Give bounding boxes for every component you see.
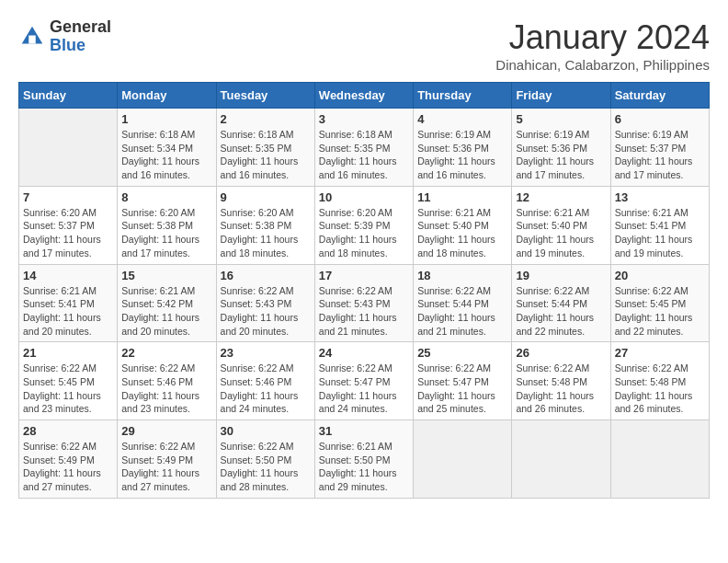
calendar-cell: 23Sunrise: 6:22 AMSunset: 5:46 PMDayligh… [216, 342, 314, 420]
day-info: Sunrise: 6:22 AMSunset: 5:49 PMDaylight:… [121, 440, 211, 494]
day-info: Sunrise: 6:21 AMSunset: 5:41 PMDaylight:… [615, 206, 705, 260]
day-number: 28 [23, 424, 113, 438]
day-info: Sunrise: 6:22 AMSunset: 5:49 PMDaylight:… [23, 440, 113, 494]
location-title: Dinahican, Calabarzon, Philippines [495, 57, 710, 73]
day-info: Sunrise: 6:22 AMSunset: 5:48 PMDaylight:… [615, 362, 705, 416]
calendar-cell: 5Sunrise: 6:19 AMSunset: 5:36 PMDaylight… [512, 109, 610, 187]
calendar-cell: 6Sunrise: 6:19 AMSunset: 5:37 PMDaylight… [610, 109, 709, 187]
calendar-cell: 8Sunrise: 6:20 AMSunset: 5:38 PMDaylight… [118, 186, 216, 264]
day-number: 25 [417, 346, 507, 360]
logo-general-text: General [50, 18, 111, 37]
calendar-table: SundayMondayTuesdayWednesdayThursdayFrid… [18, 82, 710, 499]
calendar-week-row: 7Sunrise: 6:20 AMSunset: 5:37 PMDaylight… [19, 186, 710, 264]
day-info: Sunrise: 6:22 AMSunset: 5:50 PMDaylight:… [221, 440, 311, 494]
day-info: Sunrise: 6:22 AMSunset: 5:45 PMDaylight:… [23, 362, 113, 416]
svg-rect-1 [28, 35, 36, 43]
day-number: 8 [121, 190, 211, 204]
day-info: Sunrise: 6:22 AMSunset: 5:47 PMDaylight:… [417, 362, 507, 416]
day-info: Sunrise: 6:22 AMSunset: 5:46 PMDaylight:… [121, 362, 211, 416]
calendar-cell: 21Sunrise: 6:22 AMSunset: 5:45 PMDayligh… [19, 342, 118, 420]
calendar-cell: 18Sunrise: 6:22 AMSunset: 5:44 PMDayligh… [414, 264, 512, 342]
day-info: Sunrise: 6:22 AMSunset: 5:45 PMDaylight:… [615, 284, 705, 339]
day-number: 23 [221, 346, 311, 360]
day-info: Sunrise: 6:22 AMSunset: 5:43 PMDaylight:… [221, 284, 311, 339]
day-number: 30 [221, 424, 311, 438]
day-info: Sunrise: 6:20 AMSunset: 5:38 PMDaylight:… [121, 206, 211, 260]
calendar-cell: 14Sunrise: 6:21 AMSunset: 5:41 PMDayligh… [19, 264, 118, 342]
day-number: 1 [121, 112, 211, 126]
calendar-cell: 11Sunrise: 6:21 AMSunset: 5:40 PMDayligh… [414, 186, 512, 264]
calendar-cell: 27Sunrise: 6:22 AMSunset: 5:48 PMDayligh… [610, 342, 709, 420]
calendar-cell: 19Sunrise: 6:22 AMSunset: 5:44 PMDayligh… [512, 264, 610, 342]
calendar-cell: 26Sunrise: 6:22 AMSunset: 5:48 PMDayligh… [512, 342, 610, 420]
calendar-cell: 10Sunrise: 6:20 AMSunset: 5:39 PMDayligh… [314, 186, 413, 264]
day-info: Sunrise: 6:19 AMSunset: 5:36 PMDaylight:… [417, 128, 507, 182]
calendar-cell: 1Sunrise: 6:18 AMSunset: 5:34 PMDaylight… [118, 109, 216, 187]
logo-text: General Blue [50, 18, 111, 55]
calendar-cell [610, 420, 709, 499]
day-info: Sunrise: 6:20 AMSunset: 5:37 PMDaylight:… [23, 206, 113, 260]
day-info: Sunrise: 6:22 AMSunset: 5:44 PMDaylight:… [516, 284, 606, 339]
day-info: Sunrise: 6:18 AMSunset: 5:34 PMDaylight:… [121, 128, 211, 182]
month-title: January 2024 [495, 18, 710, 57]
calendar-cell: 24Sunrise: 6:22 AMSunset: 5:47 PMDayligh… [314, 342, 413, 420]
day-number: 9 [221, 190, 311, 204]
day-number: 5 [516, 112, 606, 126]
calendar-cell: 7Sunrise: 6:20 AMSunset: 5:37 PMDaylight… [19, 186, 118, 264]
day-number: 3 [319, 112, 409, 126]
calendar-cell: 13Sunrise: 6:21 AMSunset: 5:41 PMDayligh… [610, 186, 709, 264]
calendar-cell: 22Sunrise: 6:22 AMSunset: 5:46 PMDayligh… [118, 342, 216, 420]
weekday-header: Tuesday [216, 83, 314, 109]
calendar-cell: 30Sunrise: 6:22 AMSunset: 5:50 PMDayligh… [216, 420, 314, 499]
title-block: January 2024 Dinahican, Calabarzon, Phil… [495, 18, 710, 73]
day-number: 14 [23, 269, 113, 282]
day-number: 24 [319, 346, 409, 360]
day-info: Sunrise: 6:21 AMSunset: 5:40 PMDaylight:… [516, 206, 606, 260]
calendar-cell [414, 420, 512, 499]
calendar-cell: 17Sunrise: 6:22 AMSunset: 5:43 PMDayligh… [314, 264, 413, 342]
day-number: 17 [319, 269, 409, 282]
day-number: 6 [615, 112, 705, 126]
day-number: 20 [615, 269, 705, 282]
weekday-header: Sunday [19, 83, 118, 109]
day-number: 11 [417, 190, 507, 204]
day-number: 7 [23, 190, 113, 204]
calendar-cell: 2Sunrise: 6:18 AMSunset: 5:35 PMDaylight… [216, 109, 314, 187]
calendar-week-row: 21Sunrise: 6:22 AMSunset: 5:45 PMDayligh… [19, 342, 710, 420]
calendar-cell: 16Sunrise: 6:22 AMSunset: 5:43 PMDayligh… [216, 264, 314, 342]
logo-icon [18, 23, 46, 51]
calendar-cell [19, 109, 118, 187]
day-number: 26 [516, 346, 606, 360]
day-number: 15 [121, 269, 211, 282]
logo-blue-text: Blue [50, 37, 111, 55]
weekday-header: Thursday [414, 83, 512, 109]
weekday-header: Saturday [610, 83, 709, 109]
calendar-cell [512, 420, 610, 499]
logo: General Blue [18, 18, 111, 55]
day-info: Sunrise: 6:22 AMSunset: 5:43 PMDaylight:… [319, 284, 409, 339]
calendar-cell: 3Sunrise: 6:18 AMSunset: 5:35 PMDaylight… [314, 109, 413, 187]
day-number: 18 [417, 269, 507, 282]
day-number: 21 [23, 346, 113, 360]
day-number: 12 [516, 190, 606, 204]
day-number: 10 [319, 190, 409, 204]
calendar-cell: 4Sunrise: 6:19 AMSunset: 5:36 PMDaylight… [414, 109, 512, 187]
day-info: Sunrise: 6:22 AMSunset: 5:44 PMDaylight:… [417, 284, 507, 339]
day-info: Sunrise: 6:21 AMSunset: 5:40 PMDaylight:… [417, 206, 507, 260]
day-number: 2 [221, 112, 311, 126]
day-number: 27 [615, 346, 705, 360]
day-number: 13 [615, 190, 705, 204]
calendar-cell: 15Sunrise: 6:21 AMSunset: 5:42 PMDayligh… [118, 264, 216, 342]
weekday-header-row: SundayMondayTuesdayWednesdayThursdayFrid… [19, 83, 710, 109]
calendar-week-row: 14Sunrise: 6:21 AMSunset: 5:41 PMDayligh… [19, 264, 710, 342]
day-info: Sunrise: 6:21 AMSunset: 5:41 PMDaylight:… [23, 284, 113, 339]
page-header: General Blue January 2024 Dinahican, Cal… [18, 18, 710, 73]
day-info: Sunrise: 6:18 AMSunset: 5:35 PMDaylight:… [221, 128, 311, 182]
calendar-cell: 20Sunrise: 6:22 AMSunset: 5:45 PMDayligh… [610, 264, 709, 342]
day-info: Sunrise: 6:20 AMSunset: 5:38 PMDaylight:… [221, 206, 311, 260]
calendar-week-row: 28Sunrise: 6:22 AMSunset: 5:49 PMDayligh… [19, 420, 710, 499]
calendar-cell: 28Sunrise: 6:22 AMSunset: 5:49 PMDayligh… [19, 420, 118, 499]
calendar-cell: 12Sunrise: 6:21 AMSunset: 5:40 PMDayligh… [512, 186, 610, 264]
weekday-header: Monday [118, 83, 216, 109]
day-number: 31 [319, 424, 409, 438]
